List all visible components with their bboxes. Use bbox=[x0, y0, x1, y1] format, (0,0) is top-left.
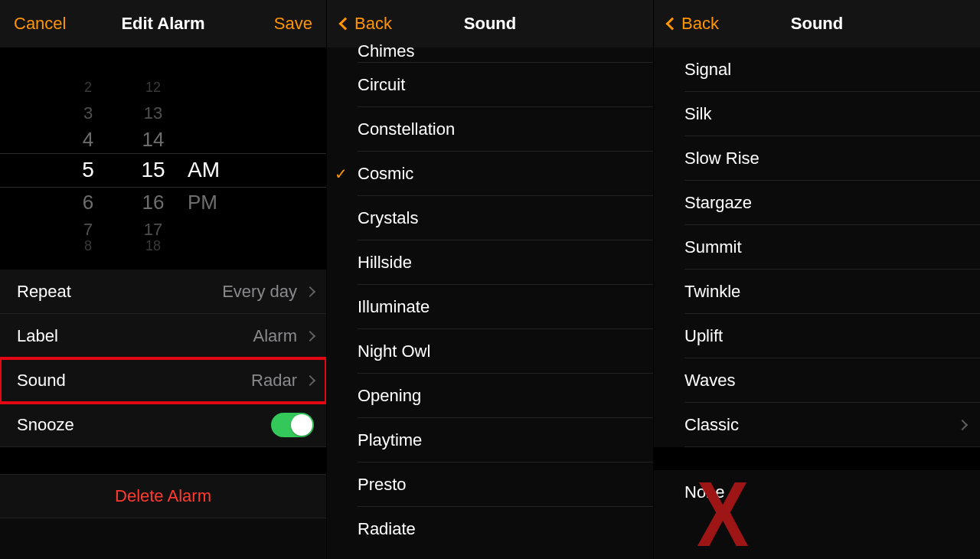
sound-item[interactable]: ✓ Cosmic bbox=[358, 152, 653, 196]
save-button[interactable]: Save bbox=[274, 14, 312, 34]
repeat-row[interactable]: Repeat Every day bbox=[0, 270, 326, 314]
sound-item-classic[interactable]: Classic bbox=[684, 403, 980, 447]
alarm-settings: Repeat Every day Label Alarm Sound Radar… bbox=[0, 270, 326, 447]
sound-item[interactable]: Hillside bbox=[358, 240, 653, 285]
repeat-value: Every day bbox=[222, 282, 297, 302]
snooze-label: Snooze bbox=[17, 415, 74, 435]
sound-list-panel-b: Back Sound Signal Silk Slow Rise Stargaz… bbox=[653, 0, 980, 559]
sound-item[interactable]: Playtime bbox=[358, 418, 653, 463]
cancel-button[interactable]: Cancel bbox=[14, 14, 66, 34]
chevron-left-icon bbox=[339, 18, 352, 31]
sound-value: Radar bbox=[251, 371, 297, 391]
chevron-right-icon bbox=[305, 330, 315, 341]
sound-list-panel-a: Back Sound Chimes Circuit Constellation … bbox=[326, 0, 653, 559]
sound-item[interactable]: Silk bbox=[684, 92, 980, 136]
minute-wheel[interactable]: 12 13 14 15 16 17 18 bbox=[122, 47, 184, 270]
sound-label: Sound bbox=[17, 371, 66, 391]
snooze-row: Snooze bbox=[0, 403, 326, 447]
hour-wheel[interactable]: 2 3 4 5 6 7 8 bbox=[57, 47, 119, 270]
label-label: Label bbox=[17, 326, 58, 346]
back-button[interactable]: Back bbox=[341, 14, 392, 34]
sound-item[interactable]: Twinkle bbox=[684, 270, 980, 314]
navbar: Cancel Edit Alarm Save bbox=[0, 0, 326, 47]
checkmark-icon: ✓ bbox=[335, 165, 348, 183]
sound-item[interactable]: Constellation bbox=[358, 107, 653, 152]
sound-item[interactable]: Opening bbox=[358, 374, 653, 418]
navbar: Back Sound bbox=[654, 0, 980, 47]
sound-item-none[interactable]: None bbox=[684, 470, 980, 515]
sound-row[interactable]: Sound Radar bbox=[0, 358, 326, 403]
sound-item[interactable]: Circuit bbox=[358, 63, 653, 107]
sound-item[interactable]: Stargaze bbox=[684, 181, 980, 225]
repeat-label: Repeat bbox=[17, 282, 71, 302]
sound-item[interactable]: Chimes bbox=[358, 40, 653, 63]
sound-list: Chimes Circuit Constellation ✓ Cosmic Cr… bbox=[327, 40, 653, 551]
label-row[interactable]: Label Alarm bbox=[0, 314, 326, 358]
sound-item[interactable]: Radiate bbox=[358, 507, 653, 551]
sound-item[interactable]: Summit bbox=[684, 225, 980, 270]
snooze-toggle[interactable] bbox=[271, 413, 314, 437]
sound-item[interactable]: Waves bbox=[684, 358, 980, 403]
delete-alarm-button[interactable]: Delete Alarm bbox=[0, 474, 326, 518]
back-button[interactable]: Back bbox=[668, 14, 719, 34]
sound-item[interactable]: Night Owl bbox=[358, 329, 653, 374]
label-value: Alarm bbox=[253, 326, 297, 346]
chevron-right-icon bbox=[305, 374, 315, 385]
chevron-left-icon bbox=[666, 18, 679, 31]
chevron-right-icon bbox=[305, 286, 315, 296]
sound-item[interactable]: Signal bbox=[684, 47, 980, 92]
edit-alarm-panel: Cancel Edit Alarm Save 2 3 4 5 6 7 8 12 … bbox=[0, 0, 326, 559]
sound-item[interactable]: Uplift bbox=[684, 314, 980, 358]
sound-item[interactable]: Slow Rise bbox=[684, 136, 980, 181]
sound-item[interactable]: Illuminate bbox=[358, 285, 653, 329]
time-picker[interactable]: 2 3 4 5 6 7 8 12 13 14 15 16 17 18 AM PM bbox=[0, 47, 326, 270]
chevron-right-icon bbox=[957, 419, 968, 430]
sound-list: Signal Silk Slow Rise Stargaze Summit Tw… bbox=[654, 47, 980, 515]
ampm-wheel[interactable]: AM PM bbox=[188, 47, 256, 270]
sound-item[interactable]: Presto bbox=[358, 463, 653, 507]
sound-item[interactable]: Crystals bbox=[358, 196, 653, 240]
